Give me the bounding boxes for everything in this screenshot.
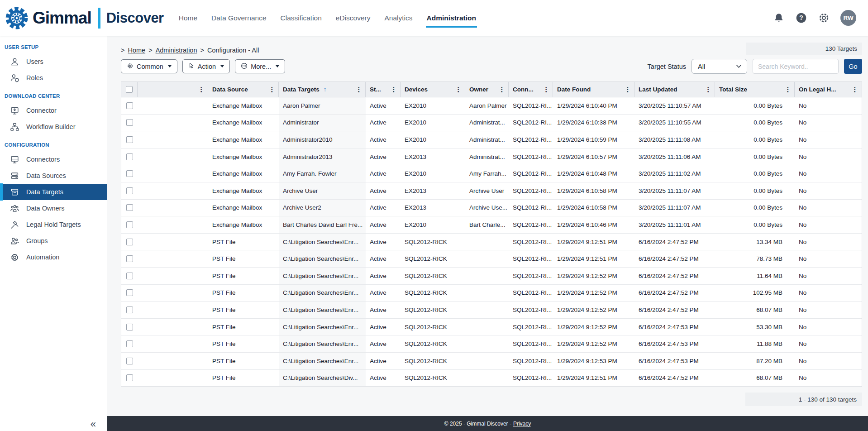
select-all-checkbox[interactable] bbox=[126, 86, 133, 93]
column-menu-icon[interactable]: ⋮ bbox=[266, 86, 276, 93]
cell-last-updated: 3/20/2025 11:11:06 AM bbox=[634, 148, 715, 165]
action-button[interactable]: Action bbox=[182, 59, 230, 73]
table-row[interactable]: Exchange MailboxAaron PalmerActiveEX2010… bbox=[121, 97, 862, 115]
sidebar-item-legal-hold-targets[interactable]: Legal Hold Targets bbox=[0, 216, 107, 233]
brand-logo[interactable]: Gimmal Discover bbox=[5, 5, 164, 31]
table-row[interactable]: PST FileC:\Litigation Searches\Div...Act… bbox=[121, 370, 862, 387]
nav-analytics[interactable]: Analytics bbox=[385, 0, 413, 36]
cell-status: Active bbox=[366, 97, 401, 114]
column-header-devices[interactable]: Devices⋮ bbox=[401, 82, 465, 97]
row-checkbox[interactable] bbox=[126, 119, 133, 126]
row-checkbox[interactable] bbox=[126, 324, 133, 330]
row-checkbox[interactable] bbox=[126, 204, 133, 211]
sidebar-item-roles[interactable]: Roles bbox=[0, 70, 107, 86]
common-button[interactable]: Common bbox=[121, 59, 177, 73]
nav-ediscovery[interactable]: eDiscovery bbox=[336, 0, 371, 36]
sidebar-item-groups[interactable]: Groups bbox=[0, 233, 107, 249]
column-header-data-targets[interactable]: Data Targets↑⋮ bbox=[279, 82, 366, 97]
go-button[interactable]: Go bbox=[844, 59, 862, 74]
user-avatar[interactable]: RW bbox=[840, 10, 856, 26]
table-row[interactable]: PST FileC:\Litigation Searches\Enr...Act… bbox=[121, 250, 862, 268]
cell-last-updated: 3/20/2025 11:11:01 AM bbox=[634, 216, 715, 233]
column-menu-icon[interactable]: ⋮ bbox=[622, 86, 631, 93]
column-header-status[interactable]: St...⋮ bbox=[366, 82, 401, 97]
row-checkbox[interactable] bbox=[126, 187, 133, 194]
row-checkbox[interactable] bbox=[126, 358, 133, 364]
column-header-actions[interactable]: ⋮ bbox=[138, 82, 208, 97]
sidebar-item-workflow-builder[interactable]: Workflow Builder bbox=[0, 119, 107, 135]
more-button[interactable]: More... bbox=[235, 59, 285, 73]
settings-gear-icon[interactable] bbox=[818, 12, 830, 24]
table-row[interactable]: PST FileC:\Litigation Searches\Enr...Act… bbox=[121, 234, 862, 251]
privacy-link[interactable]: Privacy bbox=[513, 421, 531, 427]
column-menu-icon[interactable]: ⋮ bbox=[496, 86, 506, 93]
row-checkbox[interactable] bbox=[126, 255, 133, 262]
table-row[interactable]: PST FileC:\Litigation Searches\Enr...Act… bbox=[121, 353, 862, 370]
help-icon[interactable]: ? bbox=[795, 12, 807, 24]
breadcrumb-administration[interactable]: Administration bbox=[156, 47, 197, 54]
nav-administration[interactable]: Administration bbox=[427, 0, 476, 36]
table-row[interactable]: PST FileC:\Litigation Searches\Enr...Act… bbox=[121, 319, 862, 336]
cell-data-source: PST File bbox=[208, 285, 279, 302]
cell-select bbox=[121, 148, 138, 165]
sidebar-item-data-sources[interactable]: Data Sources bbox=[0, 168, 107, 184]
column-header-last-updated[interactable]: Last Updated⋮ bbox=[634, 82, 715, 97]
bell-icon[interactable] bbox=[773, 12, 785, 24]
row-checkbox[interactable] bbox=[126, 153, 133, 160]
column-header-total-size[interactable]: Total Size⋮ bbox=[715, 82, 795, 97]
sidebar-item-connector[interactable]: Connector bbox=[0, 102, 107, 119]
column-header-owner[interactable]: Owner⋮ bbox=[465, 82, 509, 97]
column-header-on-legal-hold[interactable]: On Legal H...⋮ bbox=[795, 82, 861, 97]
row-checkbox[interactable] bbox=[126, 239, 133, 245]
column-menu-icon[interactable]: ⋮ bbox=[388, 86, 397, 93]
column-header-select[interactable] bbox=[121, 82, 138, 97]
sidebar-item-users[interactable]: Users bbox=[0, 53, 107, 70]
cell-actions bbox=[138, 302, 208, 318]
column-header-connection[interactable]: Conn...⋮ bbox=[509, 82, 553, 97]
row-checkbox[interactable] bbox=[126, 340, 133, 347]
cell-devices: EX2013 bbox=[401, 148, 465, 165]
column-menu-icon[interactable]: ⋮ bbox=[849, 86, 858, 93]
column-menu-icon[interactable]: ⋮ bbox=[196, 86, 205, 93]
row-checkbox[interactable] bbox=[126, 289, 133, 296]
cell-date-found: 1/29/2024 6:10:58 PM bbox=[553, 182, 634, 199]
breadcrumb-home[interactable]: Home bbox=[128, 47, 145, 54]
table-row[interactable]: PST FileC:\Litigation Searches\Enr...Act… bbox=[121, 268, 862, 285]
table-row[interactable]: PST FileC:\Litigation Searches\Enr...Act… bbox=[121, 285, 862, 302]
row-checkbox[interactable] bbox=[126, 221, 133, 228]
target-status-select[interactable]: All bbox=[692, 59, 747, 74]
row-checkbox[interactable] bbox=[126, 102, 133, 109]
row-checkbox[interactable] bbox=[126, 306, 133, 313]
column-header-date-found[interactable]: Date Found⋮ bbox=[553, 82, 634, 97]
table-row[interactable]: Exchange MailboxArchive UserActiveEX2013… bbox=[121, 182, 862, 200]
column-menu-icon[interactable]: ⋮ bbox=[353, 86, 362, 93]
table-row[interactable]: Exchange MailboxAdministratorActiveEX201… bbox=[121, 115, 862, 132]
row-checkbox[interactable] bbox=[126, 374, 133, 381]
column-menu-icon[interactable]: ⋮ bbox=[782, 86, 792, 93]
table-row[interactable]: Exchange MailboxAdministrator2013ActiveE… bbox=[121, 148, 862, 166]
sidebar-item-data-owners[interactable]: Data Owners bbox=[0, 200, 107, 216]
sidebar-item-data-targets[interactable]: Data Targets bbox=[0, 184, 107, 200]
column-header-data-source[interactable]: Data Source⋮ bbox=[208, 82, 279, 97]
row-checkbox[interactable] bbox=[126, 273, 133, 279]
sidebar-item-automation[interactable]: Automation bbox=[0, 249, 107, 265]
table-row[interactable]: Exchange MailboxAdministrator2010ActiveE… bbox=[121, 131, 862, 148]
column-menu-icon[interactable]: ⋮ bbox=[540, 86, 550, 93]
table-row[interactable]: PST FileC:\Litigation Searches\Enr...Act… bbox=[121, 335, 862, 353]
row-checkbox[interactable] bbox=[126, 170, 133, 177]
targets-count-band: 130 Targets bbox=[746, 43, 862, 55]
table-row[interactable]: Exchange MailboxAmy Farrah. FowlerActive… bbox=[121, 165, 862, 182]
sidebar-item-connectors[interactable]: Connectors bbox=[0, 151, 107, 168]
nav-classification[interactable]: Classification bbox=[281, 0, 322, 36]
table-row[interactable]: PST FileC:\Litigation Searches\Enr...Act… bbox=[121, 302, 862, 319]
column-menu-icon[interactable]: ⋮ bbox=[453, 86, 462, 93]
table-row[interactable]: Exchange MailboxBart Charles David Earl … bbox=[121, 216, 862, 234]
sidebar-collapse-icon[interactable]: « bbox=[91, 419, 96, 429]
nav-data-governance[interactable]: Data Governance bbox=[211, 0, 267, 36]
row-checkbox[interactable] bbox=[126, 136, 133, 143]
column-menu-icon[interactable]: ⋮ bbox=[702, 86, 712, 93]
search-input[interactable] bbox=[753, 59, 839, 74]
cell-select bbox=[121, 353, 138, 369]
table-row[interactable]: Exchange MailboxArchive User2ActiveEX201… bbox=[121, 200, 862, 217]
nav-home[interactable]: Home bbox=[179, 0, 197, 36]
